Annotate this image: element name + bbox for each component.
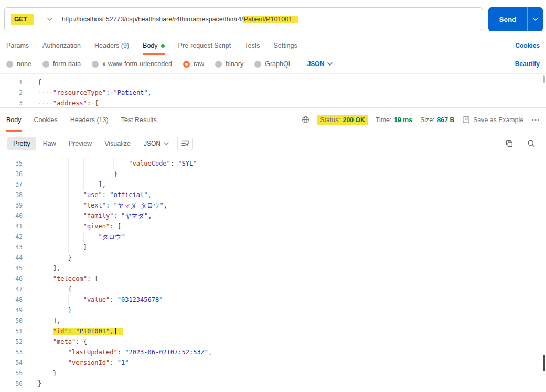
body-mode-form-data[interactable]: form-data bbox=[42, 60, 81, 68]
response-tab-headers[interactable]: Headers (13) bbox=[70, 108, 109, 132]
indent-guide bbox=[53, 305, 68, 315]
send-button[interactable]: Send bbox=[488, 7, 543, 31]
tab-authorization[interactable]: Authorization bbox=[42, 37, 81, 55]
response-tab-body[interactable]: Body bbox=[6, 108, 22, 132]
code-line-55: 55} bbox=[0, 368, 546, 378]
token: { bbox=[38, 79, 41, 86]
save-icon bbox=[462, 116, 470, 124]
request-body-editor[interactable]: 1{2····"resourceType":·"Patient",3····"a… bbox=[0, 73, 546, 108]
token: } bbox=[68, 307, 72, 314]
token: : bbox=[110, 359, 117, 366]
body-mode-urlencoded[interactable]: x-www-form-urlencoded bbox=[92, 60, 172, 68]
indent-guide bbox=[68, 232, 83, 242]
indent-guide bbox=[38, 263, 53, 274]
code-line-52: 52"meta": { bbox=[0, 336, 546, 347]
token: : [ bbox=[110, 223, 121, 230]
raw-language-select[interactable]: JSON bbox=[307, 60, 333, 68]
copy-response-button[interactable] bbox=[505, 139, 513, 148]
code-text: ], bbox=[23, 263, 546, 274]
wrap-lines-button[interactable] bbox=[177, 137, 193, 150]
token: "versionId" bbox=[68, 359, 110, 366]
network-globe-icon[interactable] bbox=[302, 116, 309, 124]
token: ···· bbox=[38, 89, 53, 96]
code-text: "telecom": [ bbox=[23, 274, 546, 284]
line-number: 41 bbox=[0, 221, 23, 232]
body-mode-graphql[interactable]: GraphQL bbox=[254, 60, 292, 68]
token: } bbox=[38, 380, 41, 387]
tab-pre-request-script[interactable]: Pre-request Script bbox=[178, 37, 231, 55]
body-mode-raw[interactable]: raw bbox=[183, 60, 204, 68]
line-number: 55 bbox=[0, 368, 23, 378]
send-options-button[interactable] bbox=[527, 7, 543, 31]
token: : bbox=[170, 160, 178, 167]
token: "0312345678" bbox=[117, 296, 163, 303]
code-line-50: 50], bbox=[0, 315, 546, 326]
view-tab-visualize[interactable]: Visualize bbox=[99, 137, 136, 150]
code-text: { bbox=[23, 284, 546, 295]
token: ], bbox=[53, 317, 60, 324]
response-size: Size: 867 B bbox=[420, 116, 454, 124]
method-selector[interactable]: GET bbox=[5, 14, 62, 25]
view-tab-pretty[interactable]: Pretty bbox=[7, 137, 36, 150]
indent-guide bbox=[53, 158, 68, 169]
response-body-viewer[interactable]: 35"valueCode": "SYL"36}37],38"use": "off… bbox=[0, 155, 546, 391]
code-line-35: 35"valueCode": "SYL" bbox=[0, 158, 546, 169]
indent-guide bbox=[38, 274, 53, 284]
indent-guide bbox=[38, 190, 53, 200]
token: "telecom" bbox=[53, 275, 87, 282]
tab-label: Params bbox=[6, 42, 29, 49]
response-tab-cookies[interactable]: Cookies bbox=[34, 108, 58, 132]
view-tab-preview[interactable]: Preview bbox=[63, 137, 98, 150]
code-text: { bbox=[23, 77, 546, 88]
tab-headers[interactable]: Headers (9) bbox=[94, 37, 129, 55]
search-icon bbox=[527, 139, 536, 148]
cookies-link[interactable]: Cookies bbox=[515, 42, 540, 49]
tab-body[interactable]: Body bbox=[143, 37, 165, 55]
token: , bbox=[148, 212, 152, 220]
indent-guide bbox=[53, 284, 68, 295]
token: "id" bbox=[53, 328, 68, 335]
beautify-link[interactable]: Beautify bbox=[515, 60, 540, 68]
wrap-lines-icon bbox=[181, 139, 189, 148]
url-input[interactable]: http://localhost:52773/csp/healthshare/r… bbox=[62, 16, 299, 23]
token: , bbox=[148, 89, 152, 96]
code-line-39: 39"text": "ヤマダ タロウ", bbox=[0, 200, 546, 211]
tab-tests[interactable]: Tests bbox=[244, 37, 260, 55]
chevron-down-icon bbox=[47, 18, 52, 21]
body-mode-binary[interactable]: binary bbox=[215, 60, 243, 68]
token: "P101001" bbox=[76, 328, 110, 335]
response-tab-test-results[interactable]: Test Results bbox=[121, 108, 157, 132]
tab-settings[interactable]: Settings bbox=[273, 37, 297, 55]
indent-guide bbox=[53, 200, 68, 211]
ellipsis-icon bbox=[531, 118, 540, 122]
token: : bbox=[113, 212, 121, 220]
search-response-button[interactable] bbox=[527, 139, 536, 148]
indent-guide bbox=[83, 158, 99, 169]
view-tab-raw[interactable]: Raw bbox=[37, 137, 62, 150]
code-line-41: 41"given": [ bbox=[0, 221, 546, 232]
code-text: "valueCode": "SYL" bbox=[23, 158, 546, 169]
mode-label: none bbox=[17, 60, 31, 68]
code-text: "given": [ bbox=[23, 221, 546, 232]
token: { bbox=[68, 286, 72, 293]
line-number: 54 bbox=[0, 357, 23, 368]
tab-label: Settings bbox=[273, 42, 297, 49]
indent-guide bbox=[53, 347, 68, 357]
token: "Patient" bbox=[114, 89, 148, 96]
token: , bbox=[110, 328, 113, 335]
token: : bbox=[68, 328, 76, 335]
code-text: ] bbox=[23, 242, 546, 253]
request-tabs: Params Authorization Headers (9) Body Pr… bbox=[0, 37, 546, 55]
tab-params[interactable]: Params bbox=[6, 37, 29, 55]
more-options-button[interactable] bbox=[531, 118, 540, 122]
body-mode-none[interactable]: none bbox=[6, 60, 31, 68]
code-line-45: 45], bbox=[0, 263, 546, 274]
response-format-select[interactable]: JSON bbox=[144, 140, 169, 147]
tab-label: Headers (13) bbox=[70, 116, 109, 124]
token: "2023-06-02T07:52:53Z" bbox=[125, 349, 208, 356]
indent-guide bbox=[38, 221, 53, 232]
token: } bbox=[68, 254, 72, 262]
token: , bbox=[208, 349, 212, 356]
save-as-example-button[interactable]: Save as Example bbox=[462, 116, 523, 124]
token: } bbox=[113, 170, 117, 178]
